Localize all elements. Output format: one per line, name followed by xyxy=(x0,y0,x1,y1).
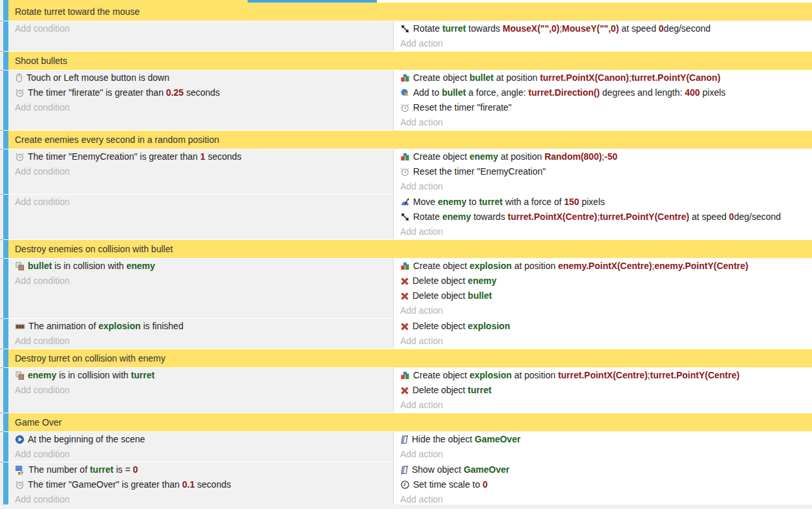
comment-label[interactable]: Create enemies every second in a random … xyxy=(8,131,812,149)
collision-icon xyxy=(15,261,25,271)
condition-text-plain: is in collision with xyxy=(56,370,131,380)
comment-label[interactable]: Rotate turret toward the mouse xyxy=(8,3,812,21)
comment-label[interactable]: Game Over xyxy=(8,413,812,431)
event-selection-bar[interactable] xyxy=(3,413,8,431)
add-condition-button[interactable]: Add condition xyxy=(8,21,393,36)
condition-text-value: 0.25 xyxy=(166,87,184,98)
event-selection-bar[interactable] xyxy=(3,349,8,367)
event-selection-bar[interactable] xyxy=(3,131,8,149)
add-action-button[interactable]: Add action xyxy=(394,224,812,239)
event-selection-bar[interactable] xyxy=(3,462,8,507)
add-condition-button[interactable]: Add condition xyxy=(8,164,393,179)
action-row[interactable]: Reset the timer "firerate" xyxy=(394,100,812,115)
add-condition-button[interactable]: Add condition xyxy=(8,100,393,115)
add-condition-button[interactable]: Add condition xyxy=(8,383,393,398)
action-row[interactable]: Rotate turret towards MouseX("",0);Mouse… xyxy=(394,21,812,36)
add-action-button[interactable]: Add action xyxy=(394,303,812,318)
event-selection-bar[interactable] xyxy=(3,149,8,194)
event-selection-bar[interactable] xyxy=(3,52,8,70)
actions-column: Hide the object GameOverAdd action xyxy=(394,432,812,462)
action-text-object: bullet xyxy=(468,290,492,301)
comment-block[interactable]: Game Over xyxy=(0,413,812,431)
event-selection-bar[interactable] xyxy=(3,21,8,51)
action-text-plain: Delete object xyxy=(412,321,468,331)
comment-block[interactable]: Destroy turret on collision with enemy xyxy=(0,349,812,367)
comment-label[interactable]: Shoot bullets xyxy=(8,52,812,70)
event-selection-bar[interactable] xyxy=(3,319,8,349)
timer-icon xyxy=(15,88,25,98)
add-action-button[interactable]: Add action xyxy=(394,398,812,413)
event-block[interactable]: Touch or Left mouse button is downThe ti… xyxy=(0,70,812,130)
comment-block[interactable]: Rotate turret toward the mouse xyxy=(0,3,812,21)
comment-block[interactable]: Create enemies every second in a random … xyxy=(0,131,812,149)
condition-text-plain: is in collision with xyxy=(52,261,126,271)
event-block[interactable]: Add conditionRotate turret towards Mouse… xyxy=(0,21,812,51)
action-text-object: enemy xyxy=(442,211,471,222)
action-row[interactable]: Create object explosion at position turr… xyxy=(394,368,812,383)
condition-row[interactable]: The timer "EnemyCreation" is greater tha… xyxy=(8,149,393,164)
event-block[interactable]: The timer "EnemyCreation" is greater tha… xyxy=(0,149,812,194)
event-selection-bar[interactable] xyxy=(3,3,8,21)
action-row[interactable]: Delete object explosion xyxy=(394,319,812,334)
add-action-button[interactable]: Add action xyxy=(394,179,812,194)
condition-text-plain: The timer "firerate" is greater than xyxy=(28,87,166,98)
add-action-button[interactable]: Add action xyxy=(394,447,812,462)
add-condition-button[interactable]: Add condition xyxy=(8,274,393,288)
event-selection-bar[interactable] xyxy=(3,195,8,239)
action-row[interactable]: Rotate enemy towards turret.PointX(Centr… xyxy=(394,210,812,224)
condition-row[interactable]: The timer "GameOver" is greater than 0.1… xyxy=(8,477,393,492)
condition-text-plain: The timer "GameOver" is greater than xyxy=(28,479,182,490)
action-row[interactable]: Create object enemy at position Random(8… xyxy=(394,149,812,164)
event-block[interactable]: Add conditionMove enemy to turret with a… xyxy=(0,195,812,239)
comment-block[interactable]: Destroy enemies on collision with bullet xyxy=(0,240,812,258)
event-selection-bar[interactable] xyxy=(3,240,8,258)
comment-label[interactable]: Destroy turret on collision with enemy xyxy=(8,349,812,367)
action-row[interactable]: Hide the object GameOver xyxy=(394,432,812,447)
action-text-plain: pixels xyxy=(579,197,605,207)
add-action-button[interactable]: Add action xyxy=(394,36,812,51)
event-columns: bullet is in collision with enemyAdd con… xyxy=(8,259,812,318)
condition-row[interactable]: The animation of explosion is finished xyxy=(8,319,393,334)
event-selection-bar[interactable] xyxy=(3,432,8,462)
action-row[interactable]: Create object explosion at position enem… xyxy=(394,259,812,274)
event-selection-bar[interactable] xyxy=(3,368,8,413)
action-row[interactable]: Delete object bullet xyxy=(394,288,812,303)
add-condition-button[interactable]: Add condition xyxy=(8,195,393,210)
event-selection-bar[interactable] xyxy=(3,259,8,318)
action-row[interactable]: Delete object enemy xyxy=(394,274,812,288)
event-block[interactable]: enemy is in collision with turretAdd con… xyxy=(0,368,812,413)
action-text-plain: Add to xyxy=(413,87,442,98)
tree-gutter xyxy=(0,319,3,349)
action-row[interactable]: Reset the timer "EnemyCreation" xyxy=(394,164,812,179)
condition-text-plain: seconds xyxy=(206,151,242,162)
event-block[interactable]: x?The number of turret is = 0The timer "… xyxy=(0,462,812,507)
action-row[interactable]: Add to bullet a force, angle: turret.Dir… xyxy=(394,85,812,100)
event-block[interactable]: The animation of explosion is finishedAd… xyxy=(0,319,812,349)
add-action-button[interactable]: Add action xyxy=(394,115,812,130)
action-row[interactable]: Show object GameOver xyxy=(394,462,812,477)
add-action-button[interactable]: Add action xyxy=(394,334,812,349)
action-text-plain: Delete object xyxy=(412,385,468,395)
condition-row[interactable]: enemy is in collision with turret xyxy=(8,368,393,383)
action-row[interactable]: Delete object turret xyxy=(394,383,812,398)
add-condition-button[interactable]: Add condition xyxy=(8,447,393,462)
condition-row[interactable]: x?The number of turret is = 0 xyxy=(8,462,393,477)
action-row[interactable]: Create object bullet at position turret.… xyxy=(394,70,812,85)
condition-row[interactable]: At the beginning of the scene xyxy=(8,432,393,447)
action-row[interactable]: Set time scale to 0 xyxy=(394,477,812,492)
comment-block[interactable]: Shoot bullets xyxy=(0,52,812,70)
event-block[interactable]: At the beginning of the sceneAdd conditi… xyxy=(0,432,812,462)
visibility-icon xyxy=(400,435,409,444)
add-condition-button[interactable]: Add condition xyxy=(8,334,393,349)
event-selection-bar[interactable] xyxy=(3,70,8,130)
condition-row[interactable]: The timer "firerate" is greater than 0.2… xyxy=(8,85,393,100)
action-text-value: 0 xyxy=(659,23,664,34)
conditions-column: bullet is in collision with enemyAdd con… xyxy=(8,259,393,318)
action-row[interactable]: Move enemy to turret with a force of 150… xyxy=(394,195,812,210)
event-block[interactable]: bullet is in collision with enemyAdd con… xyxy=(0,259,812,318)
condition-row[interactable]: bullet is in collision with enemy xyxy=(8,259,393,274)
conditions-column: x?The number of turret is = 0The timer "… xyxy=(8,462,393,507)
condition-row[interactable]: Touch or Left mouse button is down xyxy=(8,70,393,85)
comment-label[interactable]: Destroy enemies on collision with bullet xyxy=(8,240,812,258)
condition-text-object: enemy xyxy=(127,261,155,271)
